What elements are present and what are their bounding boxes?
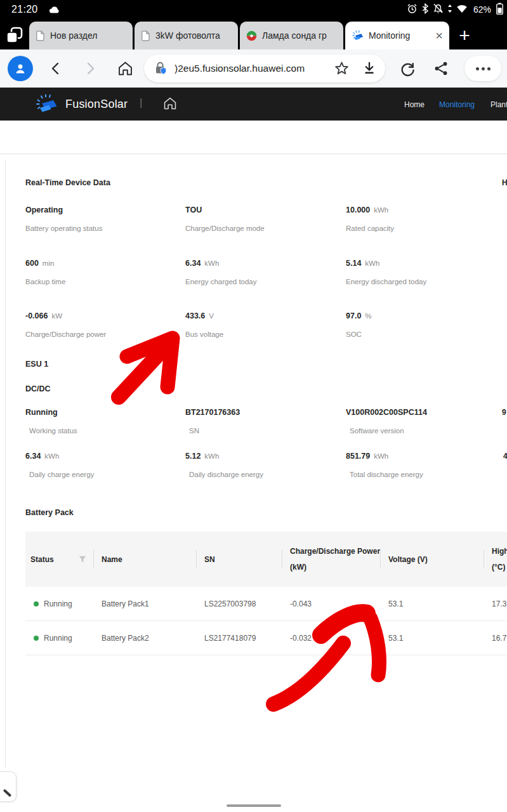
- stat-label: Daily discharge energy: [185, 471, 341, 478]
- battery-percent-text: 62%: [473, 4, 491, 15]
- cell-sn: LS2177418079: [197, 634, 282, 643]
- status-text: Running: [44, 599, 72, 608]
- stat-total-discharge: 851.79kWh Total discharge energy: [346, 452, 502, 478]
- secure-lock-icon[interactable]: [152, 60, 169, 77]
- battery-icon: [496, 3, 503, 17]
- bookmark-star-icon[interactable]: [333, 60, 350, 77]
- status-text: Running: [44, 634, 72, 643]
- tab-new-section[interactable]: Нов раздел: [29, 22, 133, 49]
- stat-bus-voltage: 433.6V Bus voltage: [185, 311, 341, 338]
- cell-power: -0.043: [282, 599, 381, 608]
- stat-rated-capacity: 10.000kWh Rated capacity: [346, 206, 502, 232]
- nav-item-monitoring[interactable]: Monitoring: [439, 100, 475, 109]
- cell-status: Running: [25, 634, 94, 643]
- stat-daily-discharge: 5.12kWh Daily discharge energy: [185, 452, 341, 478]
- stat-label: Backup time: [25, 278, 181, 285]
- stat-unit: min: [43, 259, 55, 267]
- browser-toolbar: )2eu5.fusionsolar.huawei.com: [0, 49, 507, 88]
- stat-unit: kWh: [374, 206, 388, 214]
- wifi-icon: [456, 4, 468, 16]
- stat-label: SOC: [346, 331, 502, 338]
- column-label-unit: (kW): [290, 563, 381, 572]
- refresh-icon[interactable]: [398, 60, 416, 77]
- alarm-icon: [407, 3, 418, 16]
- home-button[interactable]: [117, 60, 134, 77]
- menu-dot: [482, 67, 485, 70]
- filter-icon[interactable]: [79, 556, 86, 563]
- tab-label: Ламда сонда гр: [262, 30, 337, 41]
- stat-value: 6.34: [185, 259, 201, 268]
- cell-sn: LS2257003798: [197, 599, 282, 608]
- forward-button[interactable]: [82, 61, 98, 76]
- column-label: Voltage (V): [388, 555, 484, 564]
- tab-switcher-icon[interactable]: [0, 22, 29, 49]
- column-label: SN: [204, 555, 282, 564]
- historical-data-link-partial[interactable]: H: [502, 178, 507, 187]
- profile-avatar[interactable]: [8, 56, 33, 81]
- cell-name: Battery Pack1: [94, 599, 197, 608]
- stat-backup-time: 600min Backup time: [25, 259, 181, 285]
- url-bar[interactable]: )2eu5.fusionsolar.huawei.com: [144, 55, 385, 82]
- tab-label: Нов раздел: [50, 30, 126, 41]
- notifications-off-icon: [433, 3, 444, 16]
- stat-charge-power: -0.066kW Charge/Discharge power: [25, 311, 181, 338]
- column-header-sn: SN: [197, 532, 282, 587]
- fusionsolar-favicon: [352, 30, 364, 41]
- back-button[interactable]: [48, 61, 63, 76]
- stat-unit: kW: [51, 312, 62, 320]
- stat-unit: kWh: [204, 452, 219, 460]
- stat-unit: kWh: [204, 259, 219, 267]
- stat-value: 851.79: [346, 452, 370, 461]
- column-header-power: Charge/Discharge Power (kW): [282, 532, 381, 587]
- battery-pack-table: Status Name SN Charge/Discharge Power (k…: [25, 532, 507, 655]
- tab-3kw-photovoltaic[interactable]: 3kW фотоволта: [135, 22, 238, 49]
- tab-lambda-sonda[interactable]: Ламда сонда гр: [240, 22, 343, 49]
- column-header-status: Status: [25, 532, 94, 587]
- stat-value: 600: [25, 259, 39, 268]
- cutoff-value-partial: 4: [503, 452, 507, 461]
- table-header-row: Status Name SN Charge/Discharge Power (k…: [25, 532, 507, 587]
- tab-monitoring-active[interactable]: Monitoring ×: [345, 22, 449, 49]
- download-icon[interactable]: [362, 61, 377, 76]
- overflow-menu-button[interactable]: [464, 56, 501, 81]
- stat-label: Charge/Discharge power: [25, 331, 181, 338]
- tab-label: 3kW фотоволта: [155, 30, 232, 41]
- document-icon: [36, 30, 45, 41]
- home-gesture-bar[interactable]: [227, 804, 281, 807]
- stat-label: Energy discharged today: [346, 278, 502, 285]
- stat-working-status: Running Working status: [25, 408, 181, 435]
- stat-unit: kWh: [44, 452, 59, 460]
- share-icon[interactable]: [433, 60, 449, 77]
- column-label: Charge/Discharge Power: [290, 547, 381, 556]
- close-tab-icon[interactable]: ×: [435, 29, 443, 42]
- browser-tab-strip: Нов раздел 3kW фотоволта Ламда сонда гр: [0, 19, 507, 49]
- person-icon: [13, 62, 27, 75]
- arrow-head: [127, 338, 173, 387]
- stat-value: Operating: [25, 206, 63, 214]
- column-label: Status: [30, 555, 54, 564]
- red-annotation-arrows: [0, 0, 507, 812]
- nav-item-home[interactable]: Home: [404, 100, 425, 109]
- stat-label: Battery operating status: [25, 225, 181, 232]
- page-curl-handle[interactable]: [0, 771, 16, 802]
- status-dot-green: [34, 636, 39, 641]
- arrow-shaft: [119, 350, 162, 397]
- stat-value: 97.0: [346, 311, 361, 320]
- android-status-bar: 21:20: [0, 0, 507, 19]
- stat-label: Daily charge energy: [25, 471, 181, 478]
- column-label: Highe: [492, 547, 507, 556]
- menu-dot: [476, 67, 479, 70]
- cell-voltage: 53.1: [381, 599, 484, 608]
- new-tab-button[interactable]: +: [451, 22, 478, 49]
- data-arrows-icon: [447, 4, 452, 16]
- bluetooth-icon: [421, 3, 429, 16]
- nav-item-plants[interactable]: Plant: [491, 100, 507, 109]
- table-row[interactable]: Running Battery Pack2 LS2177418079 -0.03…: [25, 621, 507, 655]
- stat-value: TOU: [185, 206, 202, 214]
- table-row[interactable]: Running Battery Pack1 LS2257003798 -0.04…: [25, 587, 507, 621]
- section-title-realtime: Real-Time Device Data: [25, 178, 110, 187]
- url-text[interactable]: )2eu5.fusionsolar.huawei.com: [174, 63, 333, 74]
- fusionsolar-header: FusionSolar | Home Monitoring Plant: [0, 88, 507, 121]
- stat-label: Bus voltage: [185, 331, 341, 338]
- stat-value: 10.000: [346, 206, 370, 214]
